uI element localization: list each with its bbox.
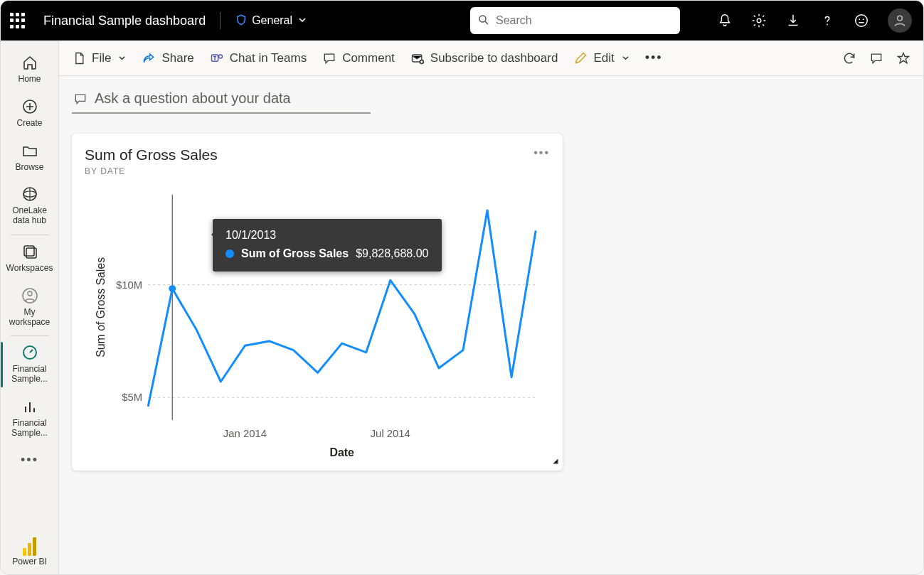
cmd-label: Edit — [593, 51, 614, 65]
plus-circle-icon — [21, 97, 39, 116]
favorite-star-icon[interactable] — [896, 51, 910, 65]
cmd-share[interactable]: Share — [142, 51, 193, 65]
cmd-label: Share — [161, 51, 193, 65]
nav-browse[interactable]: Browse — [1, 136, 59, 180]
dashboard-canvas: Sum of Gross Sales BY DATE ••• $5M$10MJa… — [59, 114, 923, 490]
tooltip-series-label: Sum of Gross Sales — [241, 247, 349, 260]
workspaces-icon — [21, 242, 39, 261]
svg-text:$5M: $5M — [122, 392, 142, 403]
folder-icon — [21, 141, 39, 160]
qna-row: Ask a question about your data — [59, 76, 923, 114]
notifications-icon[interactable] — [717, 13, 733, 28]
refresh-icon[interactable] — [842, 51, 856, 65]
nav-workspaces[interactable]: Workspaces — [1, 237, 59, 281]
person-circle-icon — [21, 286, 39, 305]
cmd-subscribe[interactable]: Subscribe to dashboard — [410, 51, 558, 65]
tile-subtitle: BY DATE — [85, 166, 218, 176]
chart-tooltip: 10/1/2013 Sum of Gross Sales $9,828,688.… — [213, 219, 442, 272]
nav-more[interactable]: ••• — [21, 446, 38, 475]
home-icon — [21, 53, 39, 72]
help-icon[interactable] — [819, 13, 835, 28]
search-input[interactable] — [496, 14, 673, 27]
qna-placeholder: Ask a question about your data — [95, 90, 291, 107]
svg-point-26 — [169, 285, 176, 292]
nav-powerbi[interactable]: Power BI — [1, 532, 59, 574]
tile-title: Sum of Gross Sales — [85, 146, 218, 163]
chevron-down-icon — [298, 15, 307, 26]
nav-label: Financial Sample... — [4, 365, 56, 385]
svg-text:Jan 2014: Jan 2014 — [223, 428, 267, 439]
cmd-comment[interactable]: Comment — [322, 51, 395, 65]
comments-icon[interactable] — [869, 51, 883, 65]
svg-text:$10M: $10M — [116, 279, 142, 291]
divider — [220, 12, 221, 29]
nav-divider — [11, 335, 49, 336]
nav-label: Workspaces — [6, 264, 53, 274]
nav-divider — [11, 235, 49, 235]
chevron-down-icon — [118, 51, 126, 65]
sensitivity-dropdown[interactable]: General — [235, 14, 307, 28]
svg-point-6 — [898, 16, 903, 21]
main-area: File Share Chat in Teams Comment Subscri… — [59, 41, 923, 574]
nav-my-workspace[interactable]: My workspace — [1, 281, 59, 335]
nav-label: Home — [18, 75, 41, 85]
bar-chart-icon — [21, 397, 39, 416]
cmd-edit[interactable]: Edit — [573, 51, 629, 65]
svg-point-2 — [827, 24, 828, 26]
command-bar: File Share Chat in Teams Comment Subscri… — [59, 41, 923, 76]
global-header: Financial Sample dashboard General — [1, 1, 923, 41]
app-launcher-icon[interactable] — [9, 12, 26, 29]
shield-icon — [235, 14, 248, 28]
svg-text:Date: Date — [330, 446, 355, 458]
nav-label: Power BI — [12, 557, 47, 567]
cmd-label: Chat in Teams — [230, 51, 307, 65]
settings-icon[interactable] — [751, 13, 767, 28]
tooltip-value: $9,828,688.00 — [356, 247, 428, 260]
line-chart[interactable]: $5M$10MJan 2014Jul 2014Sum of Gross Sale… — [85, 181, 550, 465]
svg-point-3 — [856, 15, 868, 27]
cmd-label: File — [92, 51, 111, 65]
svg-point-13 — [28, 291, 32, 296]
svg-point-1 — [757, 18, 761, 23]
left-nav: Home Create Browse OneLake data hub Wor — [1, 41, 59, 574]
nav-financial-report[interactable]: Financial Sample... — [1, 392, 59, 446]
nav-financial-dashboard[interactable]: Financial Sample... — [1, 338, 59, 392]
dashboard-title: Financial Sample dashboard — [43, 14, 206, 28]
tile-more-button[interactable]: ••• — [533, 146, 550, 159]
nav-label: Create — [16, 119, 42, 129]
nav-onelake[interactable]: OneLake data hub — [1, 179, 59, 233]
feedback-icon[interactable] — [854, 13, 869, 28]
svg-rect-10 — [24, 246, 34, 256]
svg-rect-11 — [26, 248, 36, 258]
cmd-more[interactable]: ••• — [645, 50, 663, 65]
nav-label: OneLake data hub — [4, 206, 56, 226]
header-actions — [717, 9, 912, 33]
resize-handle-icon[interactable] — [550, 456, 558, 466]
cmd-label: Subscribe to dashboard — [430, 51, 558, 65]
powerbi-logo-icon — [23, 537, 37, 556]
svg-point-16 — [218, 55, 222, 58]
onelake-icon — [21, 185, 39, 203]
gauge-icon — [21, 343, 39, 362]
download-icon[interactable] — [785, 13, 801, 28]
global-search[interactable] — [470, 7, 680, 34]
search-icon — [477, 14, 490, 28]
tooltip-series-dot — [225, 249, 234, 258]
svg-text:Jul 2014: Jul 2014 — [371, 428, 410, 439]
svg-text:Sum of Gross Sales: Sum of Gross Sales — [95, 257, 107, 358]
nav-label: Financial Sample... — [4, 419, 56, 439]
chevron-down-icon — [622, 51, 630, 65]
tile-gross-sales[interactable]: Sum of Gross Sales BY DATE ••• $5M$10MJa… — [72, 134, 563, 471]
cmd-file[interactable]: File — [72, 51, 126, 65]
account-avatar[interactable] — [888, 9, 912, 33]
nav-create[interactable]: Create — [1, 92, 59, 136]
tooltip-date: 10/1/2013 — [225, 229, 429, 242]
qna-input[interactable]: Ask a question about your data — [72, 87, 371, 114]
nav-home[interactable]: Home — [1, 48, 59, 92]
cmd-chat-teams[interactable]: Chat in Teams — [210, 51, 307, 65]
svg-point-5 — [863, 18, 864, 20]
svg-point-4 — [859, 18, 860, 20]
nav-label: My workspace — [4, 308, 56, 328]
sensitivity-label: General — [252, 14, 292, 27]
cmd-label: Comment — [342, 51, 395, 65]
